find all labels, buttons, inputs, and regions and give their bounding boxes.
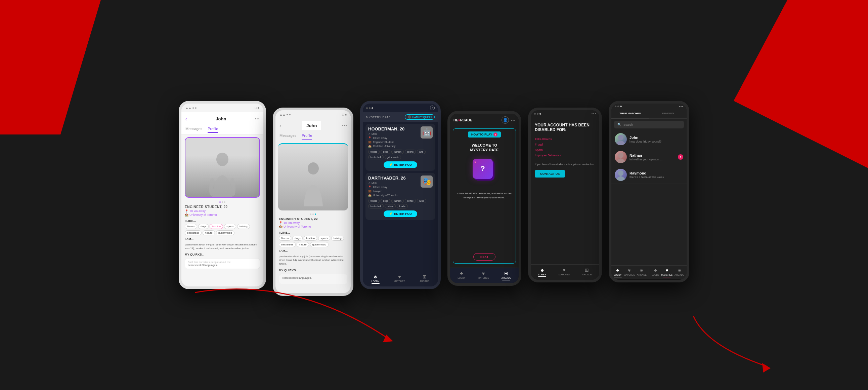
screen3-tag-basketball2[interactable]: basketball bbox=[368, 204, 383, 208]
screen1-location: 📍 10 km away bbox=[185, 210, 260, 213]
screen3-tag-foodie[interactable]: foodie bbox=[397, 204, 408, 208]
tag-baking[interactable]: baking bbox=[237, 224, 250, 229]
screen6-tab-pending[interactable]: PENDING bbox=[649, 109, 687, 118]
screen5-contact-btn[interactable]: CONTACT US bbox=[535, 170, 565, 177]
screen3-tag-wine[interactable]: wine bbox=[417, 199, 426, 203]
screen5-nav-lobby[interactable]: LOBBY bbox=[538, 267, 546, 277]
screen6-lobby-label: LOBBY bbox=[614, 274, 621, 276]
screen1-tags-row2: basketball nature guitarmusic bbox=[181, 230, 264, 236]
screen2-tag-nature[interactable]: nature bbox=[297, 242, 309, 247]
screen6-nav-matches-1[interactable]: MATCHES bbox=[623, 268, 635, 277]
svg-point-3 bbox=[618, 152, 623, 158]
screen3-tag-fitness1[interactable]: fitness bbox=[368, 149, 380, 154]
screen3-tag-arts1[interactable]: arts bbox=[417, 149, 426, 154]
screen3-darthvader-tags: fitness dogs fashion coffee wine basketb… bbox=[368, 199, 433, 208]
screen3-tag-dogs1[interactable]: dogs bbox=[380, 149, 390, 154]
screen3-tag-dogs2[interactable]: dogs bbox=[380, 199, 390, 203]
screen3-tag-guitar1[interactable]: guitarmusic bbox=[384, 155, 401, 159]
screen4-next-btn[interactable]: NEXT bbox=[473, 253, 495, 260]
screen6-nav-matches-2[interactable]: ♥ MATCHES bbox=[661, 268, 673, 277]
svg-point-0 bbox=[216, 152, 228, 166]
screen5-nav-arcade[interactable]: ARCADE bbox=[582, 267, 592, 277]
screen4-nav-matches[interactable]: MATCHES bbox=[478, 271, 489, 280]
screen3-nav-lobby[interactable]: LOBBY bbox=[372, 274, 380, 284]
screen3-harley-badge[interactable]: HARLEYQUINN bbox=[405, 114, 435, 120]
screen5-nav-matches[interactable]: MATCHES bbox=[559, 267, 570, 277]
screen4-nav-arcade[interactable]: ARCADE bbox=[501, 271, 511, 280]
screen2-tab-messages[interactable]: Messages bbox=[279, 134, 296, 140]
cube-heart: ♥ bbox=[474, 160, 476, 164]
screen3-tag-fitness2[interactable]: fitness bbox=[368, 199, 380, 203]
screen3-tag-fashion1[interactable]: fashion bbox=[391, 149, 404, 154]
screen3-harley-avatar bbox=[408, 115, 411, 119]
screen3-tag-sports1[interactable]: sports bbox=[405, 149, 416, 154]
screen3-enter-pod-1[interactable]: ⚡ ENTER POD bbox=[383, 161, 417, 168]
screen2-tab-profile[interactable]: Profile bbox=[302, 134, 312, 140]
screen6-nav-lobby-2[interactable]: LOBBY bbox=[649, 268, 659, 277]
screen6-arcade-icon-1 bbox=[640, 268, 644, 273]
screen3-enter-pod-2[interactable]: ⚡ ENTER POD bbox=[383, 211, 417, 217]
screen1-tab-messages[interactable]: Messages bbox=[185, 127, 202, 133]
screen2-back-arrow[interactable]: ‹ bbox=[279, 123, 281, 129]
screen2-tag-baking[interactable]: baking bbox=[331, 236, 344, 241]
screen4-menu-dots[interactable] bbox=[511, 120, 515, 121]
screen3-nav-arcade[interactable]: ARCADE bbox=[420, 274, 429, 284]
screen6-nav-arcade-2[interactable]: ARCADE bbox=[675, 268, 684, 277]
screen5-reason-2: Fraud bbox=[535, 142, 595, 147]
screen3-info-icon[interactable]: i bbox=[430, 106, 435, 110]
screen2-tag-fashion[interactable]: fashion bbox=[304, 236, 317, 241]
matches-icon bbox=[398, 274, 401, 279]
tag-nature[interactable]: nature bbox=[203, 230, 215, 235]
screen6-tabs: TRUE MATCHES PENDING bbox=[611, 109, 687, 119]
screen1-profile-title: ENGINEER STUDENT, 22 bbox=[185, 205, 260, 209]
screen6-match-raymond[interactable]: Raymond theres a festival this week... bbox=[611, 166, 687, 184]
tag-guitarmusic[interactable]: guitarmusic bbox=[216, 230, 235, 235]
screen5-disabled-title: YOUR ACCOUNT HAS BEEN DISABLED FOR: bbox=[535, 123, 595, 133]
screen3-tag-fashion2[interactable]: fashion bbox=[391, 199, 404, 203]
screen3-tag-nature[interactable]: nature bbox=[384, 204, 396, 208]
screen3-darthvader-school: 🏫 University of Toronto bbox=[368, 194, 406, 197]
screen1-menu-dots[interactable] bbox=[255, 118, 259, 119]
screen5-menu-dots[interactable] bbox=[592, 113, 596, 114]
screen2-tag-guitarmusic[interactable]: guitarmusic bbox=[310, 242, 329, 247]
john-avatar-img bbox=[615, 133, 627, 145]
screen4-matches-icon bbox=[482, 271, 485, 276]
screen6-nav-lobby[interactable]: LOBBY bbox=[614, 268, 622, 277]
screen1-profile-photo bbox=[185, 137, 260, 198]
tag-fitness[interactable]: fitness bbox=[185, 224, 197, 229]
screen3-card2-header: DARTHVADER, 26 ♂ Male 📍 20 km away 💼 Law… bbox=[368, 175, 433, 197]
screen2-tabs: Messages Profile bbox=[275, 132, 351, 141]
screen2-tag-basketball[interactable]: basketball bbox=[279, 242, 296, 247]
screen6-nav-arcade-1[interactable]: ARCADE bbox=[637, 268, 647, 277]
screen6-tab-true-matches[interactable]: TRUE MATCHES bbox=[611, 109, 649, 118]
screen3-tag-basketball1[interactable]: basketball bbox=[368, 155, 383, 159]
screen1-section-quirks: MY QUIRKS... bbox=[181, 251, 264, 257]
screen3-nav-matches[interactable]: MATCHES bbox=[394, 274, 405, 284]
screen5-lobby-icon bbox=[541, 267, 544, 273]
screen3-hooberman-name: HOOBERMAN, 20 bbox=[368, 127, 404, 132]
tag-fashion[interactable]: fashion bbox=[210, 224, 223, 229]
screen2-tag-fitness[interactable]: fitness bbox=[279, 236, 291, 241]
screen5-reason-3: Spam bbox=[535, 147, 595, 152]
screen6-menu-dots[interactable] bbox=[679, 106, 683, 107]
screen6-status-dots bbox=[615, 106, 622, 107]
screen6-match-nathan[interactable]: Nathan lol well in your opinion ... 1 bbox=[611, 148, 687, 166]
tag-dogs[interactable]: dogs bbox=[198, 224, 209, 229]
tag-sports[interactable]: sports bbox=[224, 224, 236, 229]
screen5-header bbox=[531, 110, 599, 117]
screen3-darthvader-avatar: 🎭 bbox=[421, 175, 433, 188]
screen3-matches-label: MATCHES bbox=[394, 280, 405, 282]
screen6-search-bar[interactable]: 🔍 Search bbox=[614, 121, 684, 129]
screen2-tag-sports[interactable]: sports bbox=[318, 236, 330, 241]
screen1-back-arrow[interactable]: ‹ bbox=[185, 116, 187, 122]
screen2-tag-dogs[interactable]: dogs bbox=[292, 236, 303, 241]
screen4-nav-lobby[interactable]: LOBBY bbox=[458, 271, 465, 280]
screen1-tab-profile[interactable]: Profile bbox=[208, 127, 218, 133]
screen2-menu-dots[interactable] bbox=[342, 125, 347, 126]
tag-basketball[interactable]: basketball bbox=[185, 230, 202, 235]
screen3-darthvader-distance: 📍 20 km away bbox=[368, 186, 406, 189]
screen6-match-john[interactable]: John how does friday sound? bbox=[611, 131, 687, 148]
screen2-profile-title: ENGINEER STUDENT, 22 bbox=[279, 217, 347, 221]
screen4-avatar-icon[interactable]: 👤 bbox=[501, 116, 509, 124]
screen3-tag-coffee[interactable]: coffee bbox=[405, 199, 416, 203]
